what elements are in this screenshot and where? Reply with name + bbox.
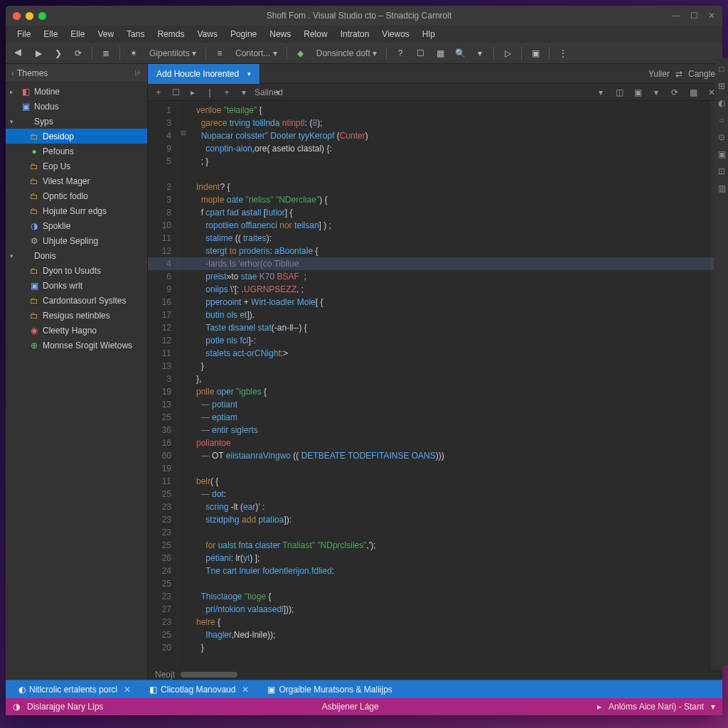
code-line[interactable]: — entir siglerts — [196, 424, 711, 437]
menu-elle[interactable]: Elle — [38, 27, 63, 41]
code-line[interactable]: belr( { — [196, 475, 711, 488]
help[interactable]: ? — [392, 46, 409, 61]
code-line[interactable]: ropotlien offlanenci nor teilsan] ) ; — [196, 219, 711, 232]
code-line[interactable]: }, — [196, 373, 711, 385]
tree-item[interactable]: 🗀Resigus netinbles — [6, 308, 147, 323]
tree-item[interactable]: ⊕Monnse Srogit Wietows — [6, 338, 147, 353]
menu-vaws[interactable]: Vaws — [191, 27, 223, 41]
code-line[interactable]: Indent? { — [196, 181, 711, 193]
hscroll-thumb[interactable] — [181, 672, 237, 678]
sidebar-header[interactable]: ‹ Themes ⊬ — [6, 64, 147, 82]
code-line[interactable]: oniips \'[: .UGRNPSEZZ, ; — [196, 283, 711, 296]
grid[interactable]: ▦ — [432, 46, 449, 61]
right-strip-icon[interactable]: ⊞ — [718, 81, 725, 91]
code-line[interactable] — [196, 577, 711, 590]
menu-relow[interactable]: Relow — [298, 27, 333, 41]
code-line[interactable]: — eptiam — [196, 411, 711, 424]
gipen-icon[interactable]: ✶ — [125, 46, 142, 61]
tree-item[interactable]: 🗀Hojute Surr edgs — [6, 203, 147, 218]
nav-back[interactable]: ⯇ — [10, 46, 27, 61]
status-right[interactable]: Anlóms Aice Nari) - Stant — [609, 702, 704, 712]
menu-news[interactable]: News — [264, 27, 296, 41]
code-line[interactable]: poliantoe — [196, 437, 711, 449]
tab-right-item[interactable]: Cangle — [688, 69, 715, 79]
tree-item[interactable]: ◉Cleetty Hagno — [6, 323, 147, 338]
menu-tans[interactable]: Tans — [121, 27, 150, 41]
chevron-down-icon[interactable]: ▾ — [711, 702, 715, 712]
tree-item[interactable]: ▸◧Motine — [6, 84, 147, 99]
status-left-icon[interactable]: ◑ — [13, 702, 20, 712]
subbar-right-btn[interactable]: ▾ — [594, 87, 607, 97]
code-line[interactable]: veriloe "telailge" { — [196, 104, 711, 117]
tree-item[interactable]: 🗀Desidop — [6, 129, 147, 144]
run[interactable]: ▷ — [499, 46, 516, 61]
code-line[interactable]: ; } — [196, 155, 711, 168]
menu-remds[interactable]: Remds — [151, 27, 190, 41]
max-icon[interactable]: ☐ — [690, 11, 698, 21]
code-line[interactable]: -lards Is 'erhor(co Tibliue — [196, 257, 711, 270]
contort-icon[interactable]: ≡ — [211, 46, 228, 61]
tree-item[interactable]: 🗀Dyon to Usudts — [6, 263, 147, 278]
code-line[interactable]: Thisclaoge "tioge { — [196, 590, 711, 603]
menu-intraton[interactable]: Intraton — [335, 27, 375, 41]
code-line[interactable]: scring -lt (ear)' : — [196, 500, 711, 513]
right-strip-icon[interactable]: ◐ — [718, 98, 725, 108]
subbar-btn[interactable]: ▾ — [237, 87, 250, 97]
bottom-panel-tab[interactable]: ◧Clicotlag Manovaud✕ — [142, 685, 256, 695]
chevron-down-icon[interactable]: ▾ — [247, 70, 251, 77]
tree-item[interactable]: ▾Donis — [6, 248, 147, 263]
code-line[interactable]: pétiani: lr(yt) ]; — [196, 552, 711, 564]
subbar-btn[interactable]: + — [152, 87, 165, 97]
code-line[interactable]: f cpart fad astall [Iutior] { — [196, 206, 711, 219]
titlebar[interactable]: Shoft Fom . Visual Studio cto – Stnadcig… — [6, 6, 722, 26]
tree-item[interactable]: 🗀Opntic fodlo — [6, 188, 147, 203]
code-line[interactable]: — potiant — [196, 398, 711, 411]
code-line[interactable] — [196, 526, 711, 539]
right-strip-icon[interactable]: ▥ — [718, 183, 726, 193]
close-icon[interactable]: ✕ — [242, 685, 249, 695]
tree-item[interactable]: ▣Nodus — [6, 99, 147, 114]
panel[interactable]: ▣ — [527, 46, 544, 61]
code-line[interactable] — [196, 168, 711, 181]
bottom-panel-tab[interactable]: ◐Nitlcrolic ertalents porcl✕ — [11, 685, 138, 695]
menu-viewos[interactable]: Viewos — [376, 27, 414, 41]
status-mid[interactable]: Asbijener Láge — [322, 702, 379, 712]
code-line[interactable]: conptin-aion,ore( asetio clastal) {: — [196, 142, 711, 155]
tree-item[interactable]: 🗀Cardontasourl Sysltes — [6, 293, 147, 308]
right-strip-icon[interactable]: □ — [719, 64, 724, 74]
tab-active[interactable]: Add Houcle Inorented ▾ — [148, 64, 260, 84]
code-line[interactable]: stzidpihg add ptatioa]): — [196, 513, 711, 526]
toolbar-text[interactable]: Gipentilots ▾ — [145, 48, 200, 58]
toolbar-text[interactable]: Contort... ▾ — [231, 48, 282, 58]
pin-icon[interactable]: ⊬ — [134, 68, 141, 78]
menu-vew[interactable]: Vew — [92, 27, 119, 41]
close-icon[interactable] — [13, 12, 21, 20]
code-line[interactable]: mople oate "rieliss" "NDercliae") { — [196, 193, 711, 206]
subbar-btn[interactable]: ▸ — [186, 87, 199, 97]
code-text[interactable]: veriloe "telailge" { garece trving tolil… — [189, 101, 711, 670]
right-strip-icon[interactable]: ⊙ — [718, 132, 725, 142]
search[interactable]: 🔍 — [451, 46, 469, 61]
nav-fwd[interactable]: ▶ — [30, 46, 47, 61]
min-icon[interactable]: — — [672, 11, 680, 21]
code-line[interactable]: pperooint + Wirt-loadler Mole[ { — [196, 296, 711, 309]
tab-right-item[interactable]: Yuller — [648, 69, 670, 79]
code-line[interactable]: — OT eiistaanraVingwo (( DETBEATE TODEFI… — [196, 449, 711, 462]
nav-next[interactable]: ❯ — [50, 46, 67, 61]
maximize-icon[interactable] — [38, 12, 46, 20]
chevron-left-icon[interactable]: ‹ — [11, 68, 14, 78]
toolbar-text[interactable]: Donsincle doft ▾ — [312, 48, 381, 58]
code-line[interactable]: — dot: — [196, 488, 711, 500]
menu-hlp[interactable]: Hlp — [417, 27, 441, 41]
subbar-btn[interactable]: ☐ — [169, 87, 182, 97]
close-icon[interactable]: ✕ — [124, 685, 131, 695]
x-icon[interactable]: ✕ — [708, 11, 715, 21]
subbar-btn[interactable]: ▾ — [272, 87, 284, 97]
list[interactable]: ≣ — [97, 46, 114, 61]
code-line[interactable]: Tne cart lnuier fodentlerijon.fdlied: — [196, 564, 711, 577]
code-line[interactable]: Taste disanel stat(-an-ll--) { — [196, 321, 711, 334]
code-line[interactable]: preist»to stae K70 BSAF ; — [196, 270, 711, 283]
code-line[interactable]: garece trving tolilnda ntinptl: (8); — [196, 117, 711, 129]
subbar-btn[interactable]: | — [203, 87, 216, 97]
subbar-right-btn[interactable]: ▦ — [687, 87, 700, 97]
